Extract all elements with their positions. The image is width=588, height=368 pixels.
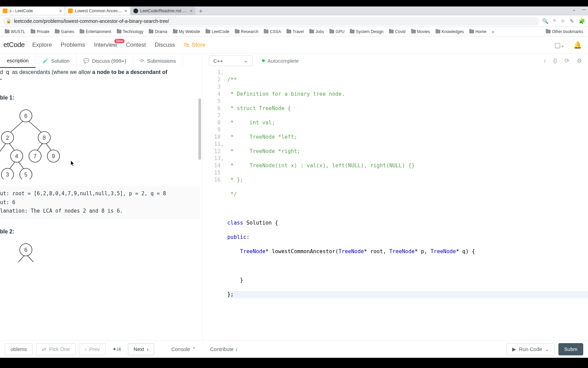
address-bar[interactable]: 🔒 leetcode.com/problems/lowest-common-an… <box>3 17 539 26</box>
other-bookmarks[interactable]: Other bookmarks <box>544 29 585 34</box>
bookmark-item-travel[interactable]: Travel <box>284 29 306 34</box>
bookmark-item-entertainment[interactable]: Entertainment <box>78 29 113 34</box>
info-icon[interactable]: 𝑖 <box>544 57 546 64</box>
window-minimize-icon[interactable]: — <box>582 7 586 12</box>
folder-icon <box>350 30 355 33</box>
reset-icon[interactable]: ⟳ <box>565 57 569 64</box>
address-bar-row: 🔒 leetcode.com/problems/lowest-common-an… <box>0 15 588 27</box>
tab-solution[interactable]: 🧪Solution <box>36 53 77 68</box>
nav-discuss[interactable]: Discuss <box>155 42 175 48</box>
bookmark-item-mywebsite[interactable]: My Website <box>171 29 202 34</box>
close-icon[interactable]: × <box>190 8 193 14</box>
folder-icon <box>309 30 314 33</box>
run-code-button[interactable]: ▶Run Code⌄ <box>506 343 555 355</box>
bottom-bar: oblems ⇄Pick One ‹Prev ✦/4 Next› Console… <box>0 340 588 358</box>
tab-overflow-icon[interactable]: ⌄ <box>572 7 576 12</box>
chevron-right-icon: › <box>147 346 148 352</box>
folder-icon <box>117 30 121 33</box>
problem-description: d q as descendants (where we allow a nod… <box>0 68 202 340</box>
svg-text:6: 6 <box>24 247 28 253</box>
autocomplete-indicator[interactable]: Autocomplete <box>262 58 299 64</box>
translate-icon[interactable]: ᴳ <box>553 18 556 24</box>
chevron-up-icon: ⌃ <box>192 346 196 352</box>
console-toggle[interactable]: Console⌃ <box>171 346 196 352</box>
nav-store[interactable]: 🛍Store <box>184 42 206 48</box>
code-text[interactable]: /** * Definition for a binary tree node.… <box>224 68 588 340</box>
braces-icon[interactable]: {} <box>553 57 557 64</box>
bookmark-item-wustl[interactable]: WUSTL <box>3 29 27 34</box>
tab-discuss[interactable]: 💬Discuss (999+) <box>77 53 133 68</box>
nav-interview[interactable]: InterviewNew <box>94 42 117 48</box>
zoom-icon[interactable]: 🔍 <box>542 18 549 24</box>
folder-icon <box>411 30 416 33</box>
bookmark-item-research[interactable]: Research <box>233 29 260 34</box>
lock-icon: 🔒 <box>6 19 11 24</box>
browser-tab-strip: on Ancestor of a Binary Search Tree - Le… <box>0 6 588 15</box>
submit-button[interactable]: Subm <box>558 343 583 355</box>
browser-tab-active-1[interactable]: s - LeetCode × <box>0 7 65 15</box>
history-icon: ⟳ <box>140 58 144 63</box>
browser-tab-2[interactable]: Lowest Common Ancestor of a B × <box>65 7 130 15</box>
svg-text:2: 2 <box>6 135 9 141</box>
close-icon[interactable]: × <box>59 8 62 14</box>
bookmarks-overflow-icon[interactable]: » <box>490 29 496 34</box>
extension-icon[interactable]: ✎ <box>570 18 574 24</box>
nav-contest[interactable]: Contest <box>126 42 146 48</box>
code-editor[interactable]: 1▾234567891011▾1213▾141516 /** * Definit… <box>203 68 588 340</box>
desc-quote: " <box>0 77 200 86</box>
example-1-io: ut: root = [6,2,8,0,4,7,9,null,null,3,5]… <box>0 186 200 219</box>
shuffle-icon: ⇄ <box>42 346 46 352</box>
folder-icon <box>389 30 394 33</box>
flask-icon: 🧪 <box>43 58 48 63</box>
tab-title: LeetCode/Readme.md at master <box>140 9 188 13</box>
url-text: leetcode.com/problems/lowest-common-ance… <box>14 18 169 24</box>
store-icon: 🛍 <box>184 42 190 48</box>
bookmark-item-jobs[interactable]: Jobs <box>307 29 326 34</box>
bookmark-item-leetcode[interactable]: LeetCode <box>203 29 231 34</box>
bookmark-item-movies[interactable]: Movies <box>409 29 432 34</box>
new-tab-button[interactable]: + <box>196 8 206 15</box>
tab-submissions[interactable]: ⟳Submissions <box>133 53 183 68</box>
folder-icon <box>31 30 35 33</box>
nav-explore[interactable]: Explore <box>32 42 52 48</box>
problems-list-button[interactable]: oblems <box>5 343 33 355</box>
scrollbar-thumb[interactable] <box>198 98 201 160</box>
nav-problems[interactable]: Problems <box>61 42 85 48</box>
bell-icon[interactable]: 🔔 <box>573 41 582 49</box>
playground-icon[interactable]: ▢₊ <box>554 41 565 49</box>
example-2-title: ble 2: <box>0 229 200 235</box>
bookmark-item-systemdesign[interactable]: System Design <box>348 29 386 34</box>
contribute-link[interactable]: Contribute𝑖 <box>210 346 237 352</box>
bookmark-item-covid[interactable]: Covid <box>387 29 408 34</box>
bookmark-item-drama[interactable]: Drama <box>147 29 169 34</box>
new-badge: New <box>114 39 125 43</box>
pick-one-button[interactable]: ⇄Pick One <box>36 343 76 355</box>
bookmark-item-cssa[interactable]: CSSA <box>262 29 283 34</box>
example-2-tree-diagram: 6 <box>0 242 68 262</box>
bookmark-item-gpu[interactable]: GPU <box>327 29 346 34</box>
next-button[interactable]: Next› <box>128 343 154 355</box>
svg-text:8: 8 <box>43 135 46 141</box>
language-select[interactable]: C++ ⌄ <box>209 55 252 66</box>
prev-button[interactable]: ‹Prev <box>79 343 105 355</box>
chat-icon: 💬 <box>83 58 89 63</box>
leetcode-logo[interactable]: etCode <box>3 41 25 49</box>
svg-text:5: 5 <box>24 172 28 178</box>
tab-description[interactable]: escription <box>0 53 36 68</box>
bookmark-item-home[interactable]: Home <box>467 29 488 34</box>
bookmark-item-private[interactable]: Private <box>29 29 51 34</box>
bookmark-item-technology[interactable]: Technology <box>115 29 146 34</box>
chevron-left-icon: ‹ <box>85 346 86 352</box>
close-icon[interactable]: × <box>125 8 127 14</box>
browser-tab-3[interactable]: LeetCode/Readme.md at master × <box>131 7 195 15</box>
folder-icon <box>5 30 10 33</box>
folder-icon <box>80 30 84 33</box>
folder-icon <box>329 30 334 33</box>
star-bookmark-icon[interactable]: ☆ <box>560 18 565 24</box>
svg-text:4: 4 <box>15 153 18 159</box>
svg-text:3: 3 <box>6 172 9 178</box>
settings-icon[interactable]: ⚙ <box>577 57 582 64</box>
bookmark-item-knowledges[interactable]: Knowledges <box>434 29 466 34</box>
bookmark-item-games[interactable]: Games <box>53 29 76 34</box>
extensions-puzzle-icon[interactable]: 🧩 <box>579 18 585 24</box>
